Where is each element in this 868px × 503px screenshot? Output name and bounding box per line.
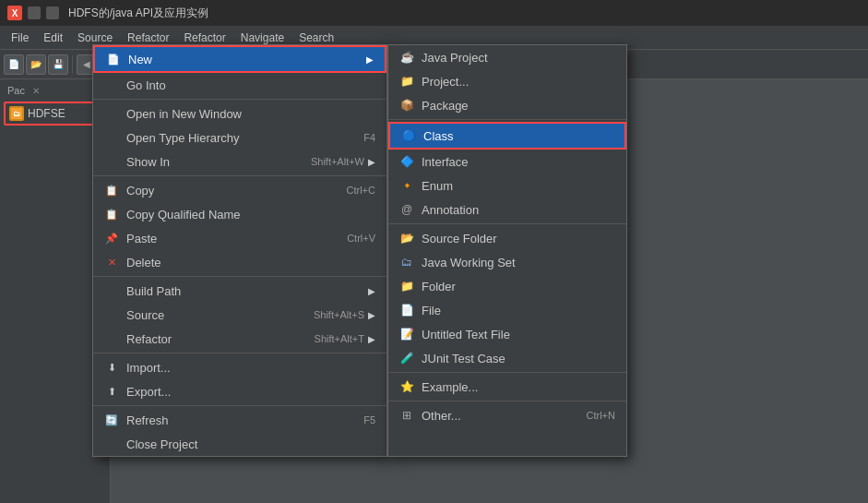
- java-working-set-item[interactable]: 🗂 Java Working Set: [388, 250, 626, 274]
- source-shortcut: Shift+Alt+S: [314, 309, 364, 320]
- copy-qualified-item[interactable]: 📋 Copy Qualified Name: [93, 202, 386, 226]
- open-window-icon: [104, 106, 119, 121]
- source-item[interactable]: Source Shift+Alt+S ▶: [93, 303, 386, 327]
- paste-icon: 📌: [104, 231, 119, 246]
- close-project-item[interactable]: Close Project: [93, 432, 386, 456]
- context-menu-overlay: 📄 New ▶ Go Into Open in New Window Open …: [92, 44, 627, 457]
- other-label: Other...: [422, 409, 461, 423]
- untitled-text-item[interactable]: 📝 Untitled Text File: [388, 322, 626, 346]
- project-item[interactable]: 📁 Project...: [388, 69, 626, 93]
- class-label: Class: [423, 129, 454, 143]
- package-explorer-tab[interactable]: Pac: [4, 83, 29, 98]
- new-button[interactable]: 📄: [4, 54, 24, 75]
- open-type-hierarchy-item[interactable]: Open Type Hierarchy F4: [93, 126, 386, 150]
- show-in-shortcut: Shift+Alt+W: [311, 156, 364, 167]
- sub-separator-3: [388, 372, 626, 373]
- save-button[interactable]: 💾: [48, 54, 68, 75]
- other-item[interactable]: ⊞ Other... Ctrl+N: [388, 403, 626, 427]
- annotation-icon: @: [399, 202, 414, 217]
- file-icon: 📄: [399, 303, 414, 317]
- file-item[interactable]: 📄 File: [388, 298, 626, 322]
- source-icon: [104, 307, 119, 322]
- show-in-icon: [104, 154, 119, 169]
- open-new-window-item[interactable]: Open in New Window: [93, 102, 386, 126]
- copy-label: Copy: [126, 184, 154, 198]
- close-button[interactable]: X: [7, 6, 22, 20]
- package-item[interactable]: 📦 Package: [388, 93, 626, 117]
- java-project-label: Java Project: [422, 51, 488, 65]
- new-icon: 📄: [106, 52, 121, 66]
- refactor-arrow-icon: ▶: [368, 334, 375, 344]
- example-item[interactable]: ⭐ Example...: [388, 375, 626, 399]
- junit-item[interactable]: 🧪 JUnit Test Case: [388, 346, 626, 370]
- class-item[interactable]: 🔵 Class: [388, 122, 626, 150]
- menu-source[interactable]: Source: [70, 30, 120, 46]
- source-arrow-icon: ▶: [368, 310, 375, 320]
- delete-item[interactable]: ✕ Delete: [93, 250, 386, 274]
- source-label: Source: [126, 308, 164, 322]
- new-arrow-icon: ▶: [366, 54, 374, 65]
- new-menu-item[interactable]: 📄 New ▶: [93, 45, 386, 73]
- folder-icon: 📁: [399, 279, 414, 293]
- menu-refactor1[interactable]: Refactor: [120, 30, 176, 46]
- menu-search[interactable]: Search: [291, 30, 341, 46]
- menu-file[interactable]: File: [4, 30, 36, 46]
- right-submenu: ☕ Java Project 📁 Project... 📦 Package 🔵 …: [387, 44, 627, 457]
- hdfse-item[interactable]: 🗂 HDFSE: [4, 102, 106, 126]
- project-label: Project...: [422, 75, 469, 89]
- open-type-shortcut: F4: [363, 132, 375, 143]
- package-icon: 📦: [399, 98, 414, 113]
- go-into-item[interactable]: Go Into: [93, 73, 386, 97]
- import-item[interactable]: ⬇ Import...: [93, 355, 386, 379]
- build-path-label: Build Path: [126, 284, 181, 298]
- open-button[interactable]: 📂: [26, 54, 46, 75]
- export-item[interactable]: ⬆ Export...: [93, 379, 386, 403]
- java-working-set-label: Java Working Set: [422, 256, 516, 269]
- refresh-shortcut: F5: [363, 414, 375, 425]
- maximize-button[interactable]: [46, 6, 59, 19]
- show-in-item[interactable]: Show In Shift+Alt+W ▶: [93, 150, 386, 174]
- refresh-item[interactable]: 🔄 Refresh F5: [93, 408, 386, 432]
- example-label: Example...: [422, 380, 478, 394]
- open-new-window-label: Open in New Window: [126, 107, 242, 121]
- file-label: File: [422, 304, 441, 317]
- junit-label: JUnit Test Case: [422, 352, 505, 365]
- export-icon: ⬆: [104, 384, 119, 399]
- junit-icon: 🧪: [399, 351, 414, 365]
- working-set-icon: 🗂: [399, 255, 414, 269]
- copy-icon: 📋: [104, 183, 119, 198]
- separator-4: [93, 353, 386, 353]
- source-folder-label: Source Folder: [422, 232, 497, 246]
- refresh-icon: 🔄: [104, 413, 119, 427]
- minimize-button[interactable]: [28, 6, 41, 19]
- refactor-label: Refactor: [126, 332, 172, 346]
- example-icon: ⭐: [399, 379, 414, 394]
- source-folder-item[interactable]: 📂 Source Folder: [388, 226, 626, 250]
- menu-refactor2[interactable]: Refactor: [176, 30, 232, 46]
- interface-item[interactable]: 🔷 Interface: [388, 150, 626, 174]
- menu-edit[interactable]: Edit: [36, 30, 70, 46]
- folder-item[interactable]: 📁 Folder: [388, 274, 626, 298]
- other-icon: ⊞: [399, 408, 414, 423]
- annotation-item[interactable]: @ Annotation: [388, 198, 626, 222]
- package-label: Package: [422, 99, 469, 113]
- close-icon: X: [12, 8, 18, 18]
- copy-item[interactable]: 📋 Copy Ctrl+C: [93, 178, 386, 202]
- paste-item[interactable]: 📌 Paste Ctrl+V: [93, 226, 386, 250]
- go-into-label: Go Into: [126, 78, 166, 92]
- build-path-item[interactable]: Build Path ▶: [93, 279, 386, 303]
- copy-qualified-label: Copy Qualified Name: [126, 208, 241, 222]
- delete-label: Delete: [126, 256, 161, 269]
- enum-item[interactable]: 🔸 Enum: [388, 174, 626, 198]
- source-folder-icon: 📂: [399, 231, 414, 246]
- separator-2: [93, 175, 386, 176]
- hdfse-label: HDFSE: [28, 107, 65, 120]
- paste-label: Paste: [126, 232, 157, 246]
- menu-navigate[interactable]: Navigate: [233, 30, 291, 46]
- paste-shortcut: Ctrl+V: [347, 233, 375, 244]
- refactor-item[interactable]: Refactor Shift+Alt+T ▶: [93, 327, 386, 351]
- java-project-item[interactable]: ☕ Java Project: [388, 45, 626, 69]
- java-project-icon: ☕: [399, 50, 414, 65]
- separator-3: [93, 276, 386, 277]
- class-icon: 🔵: [401, 128, 416, 143]
